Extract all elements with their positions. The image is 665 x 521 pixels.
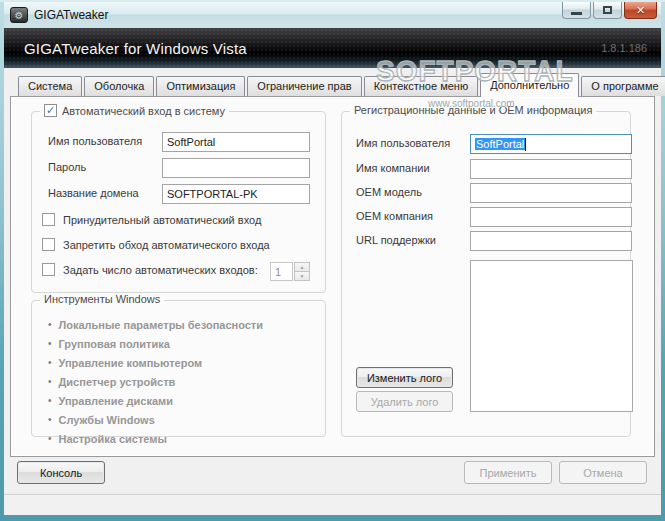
windows-tools-list: •Локальные параметры безопасности •Групп… (48, 315, 263, 448)
windows-tools-group: Инструменты Windows •Локальные параметры… (31, 300, 326, 437)
tab-system[interactable]: Система (18, 76, 82, 96)
app-icon: ⚙ (10, 7, 28, 23)
force-autologin-checkbox[interactable] (42, 213, 55, 226)
cancel-button[interactable]: Отмена (559, 461, 647, 484)
tab-additional[interactable]: Дополнительно (480, 73, 579, 97)
gear-icon: ⚙ (15, 10, 24, 21)
tool-link-local-security[interactable]: •Локальные параметры безопасности (48, 315, 263, 334)
autologin-group-title: Автоматический вход в систему (62, 105, 225, 117)
oem-model-label: OEM модель (356, 186, 422, 198)
close-icon: ✕ (636, 4, 645, 17)
domain-input[interactable] (162, 184, 310, 204)
block-bypass-label: Запретить обход автоматического входа (63, 239, 270, 251)
minimize-icon (571, 12, 582, 15)
tab-about[interactable]: О программе (581, 76, 665, 96)
company-name-input[interactable] (470, 159, 632, 179)
bullet-icon: • (48, 338, 52, 349)
domain-label: Название домена (48, 187, 139, 199)
tool-link-computer-management[interactable]: •Управление компьютером (48, 353, 263, 372)
stepper-down-button[interactable]: ▼ (294, 272, 310, 281)
maximize-icon (603, 6, 612, 14)
change-logo-button[interactable]: Изменить лого (356, 367, 453, 388)
tab-optimization[interactable]: Оптимизация (156, 76, 245, 96)
autologin-group: ✓ Автоматический вход в систему Имя поль… (31, 111, 326, 293)
bullet-icon: • (48, 319, 52, 330)
oem-username-input[interactable]: SoftPortal (470, 134, 632, 154)
bullet-icon: • (48, 414, 52, 425)
oem-model-input[interactable] (470, 183, 632, 203)
password-label: Пароль (48, 161, 86, 173)
oem-group: Регистрационные данные и OEM информация … (341, 111, 631, 437)
username-input[interactable] (162, 132, 310, 152)
window-title: GIGATweaker (34, 8, 108, 22)
app-version: 1.8.1.186 (601, 42, 647, 54)
maximize-button[interactable] (593, 2, 622, 19)
tool-link-disk-management[interactable]: •Управление дисками (48, 391, 263, 410)
oem-logo-preview (470, 260, 633, 412)
check-icon: ✓ (46, 104, 55, 117)
tab-context-menu[interactable]: Контекстное меню (364, 76, 478, 96)
login-count-label: Задать число автоматических входов: (63, 264, 258, 276)
windows-tools-group-title: Инструменты Windows (44, 293, 160, 305)
apply-button[interactable]: Применить (464, 461, 552, 484)
tab-shell[interactable]: Оболочка (84, 76, 154, 96)
client-area: SOFTPORTAL www.softportal.com Система Об… (4, 68, 661, 515)
tab-page-additional: ✓ Автоматический вход в систему Имя поль… (10, 96, 655, 457)
support-url-input[interactable] (470, 231, 632, 251)
tab-strip: Система Оболочка Оптимизация Ограничение… (18, 76, 665, 97)
tool-link-services[interactable]: •Службы Windows (48, 410, 263, 429)
username-label: Имя пользователя (48, 135, 142, 147)
status-bar (4, 494, 661, 515)
company-name-label: Имя компании (356, 162, 430, 174)
support-url-label: URL поддержки (356, 234, 436, 246)
tool-link-system-config[interactable]: •Настройка системы (48, 429, 263, 448)
bullet-icon: • (48, 395, 52, 406)
header-banner: GIGATweaker for Windows Vista 1.8.1.186 (4, 28, 661, 68)
oem-company-input[interactable] (470, 207, 632, 227)
bullet-icon: • (48, 357, 52, 368)
delete-logo-button[interactable]: Удалить лого (356, 391, 453, 412)
login-count-checkbox[interactable] (42, 263, 55, 276)
arrow-up-icon: ▲ (300, 264, 305, 270)
password-input[interactable] (162, 158, 310, 178)
block-bypass-checkbox[interactable] (42, 238, 55, 251)
oem-username-label: Имя пользователя (356, 137, 450, 149)
login-count-input[interactable]: 1 (270, 262, 293, 281)
minimize-button[interactable] (562, 2, 591, 19)
close-button[interactable]: ✕ (624, 2, 657, 19)
stepper-up-button[interactable]: ▲ (294, 262, 310, 272)
tab-restrictions[interactable]: Ограничение прав (247, 76, 361, 96)
tool-link-group-policy[interactable]: •Групповая политика (48, 334, 263, 353)
text-caret (525, 138, 526, 151)
login-count-stepper: ▲ ▼ (294, 262, 310, 281)
titlebar: ⚙ GIGATweaker ✕ (4, 2, 661, 28)
app-title: GIGATweaker for Windows Vista (4, 40, 247, 57)
app-window: ⚙ GIGATweaker ✕ GIGATweaker for Windows … (0, 0, 665, 521)
console-button[interactable]: Консоль (17, 461, 105, 484)
arrow-down-icon: ▼ (300, 273, 305, 279)
autologin-checkbox[interactable]: ✓ (44, 104, 57, 117)
oem-company-label: OEM компания (356, 210, 433, 222)
force-autologin-label: Принудительный автоматический вход (63, 214, 261, 226)
bullet-icon: • (48, 433, 52, 444)
tool-link-device-manager[interactable]: •Диспетчер устройств (48, 372, 263, 391)
bullet-icon: • (48, 376, 52, 387)
oem-group-title: Регистрационные данные и OEM информация (354, 104, 592, 116)
